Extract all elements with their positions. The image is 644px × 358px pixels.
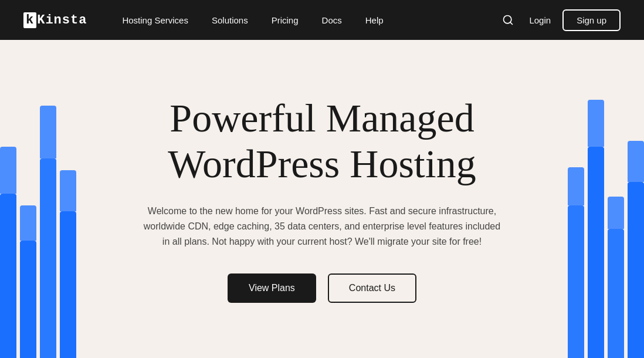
logo-text: Kinsta [37, 13, 87, 28]
nav-docs[interactable]: Docs [322, 15, 342, 25]
login-button[interactable]: Login [529, 15, 551, 25]
view-plans-button[interactable]: View Plans [228, 273, 316, 303]
hero-buttons: View Plans Contact Us [228, 273, 416, 303]
svg-line-1 [510, 22, 513, 25]
decorative-blocks-left [0, 123, 76, 358]
hero-section: Powerful Managed WordPress Hosting Welco… [0, 40, 644, 358]
logo[interactable]: kKinsta [23, 12, 87, 28]
nav-pricing[interactable]: Pricing [272, 15, 299, 25]
nav-solutions[interactable]: Solutions [212, 15, 248, 25]
contact-us-button[interactable]: Contact Us [328, 273, 416, 303]
hero-subtitle: Welcome to the new home for your WordPre… [140, 204, 504, 250]
nav-help[interactable]: Help [365, 15, 384, 25]
navbar-actions: Login Sign up [499, 9, 621, 31]
hero-title: Powerful Managed WordPress Hosting [117, 95, 527, 187]
decorative-blocks-right [568, 123, 644, 358]
signup-button[interactable]: Sign up [562, 9, 621, 31]
search-icon [502, 14, 514, 26]
navbar: kKinsta Hosting Services Solutions Prici… [0, 0, 644, 40]
search-button[interactable] [499, 11, 517, 29]
nav-hosting-services[interactable]: Hosting Services [122, 15, 188, 25]
nav-links: Hosting Services Solutions Pricing Docs … [122, 15, 499, 25]
